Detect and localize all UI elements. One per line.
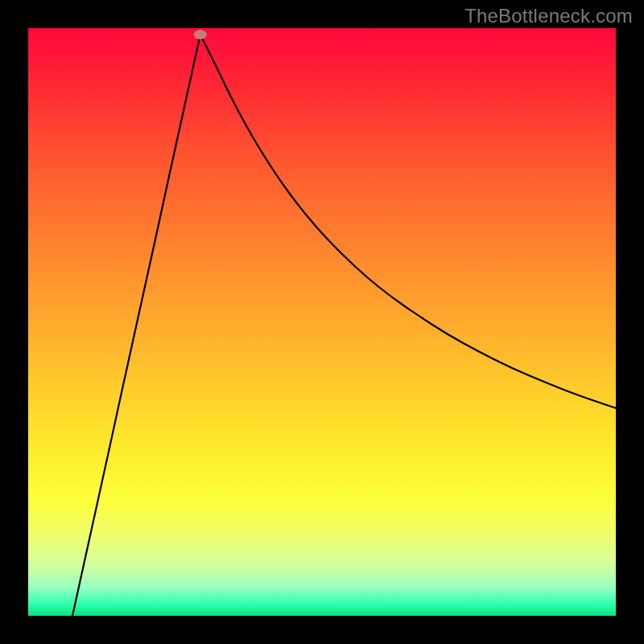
plot-area <box>28 28 616 616</box>
curve-right-branch <box>200 35 616 408</box>
curve-left-branch <box>72 35 200 616</box>
bottleneck-curve <box>28 28 616 616</box>
minimum-marker <box>194 30 207 39</box>
watermark-text: TheBottleneck.com <box>464 5 633 27</box>
chart-frame: TheBottleneck.com <box>0 0 644 644</box>
